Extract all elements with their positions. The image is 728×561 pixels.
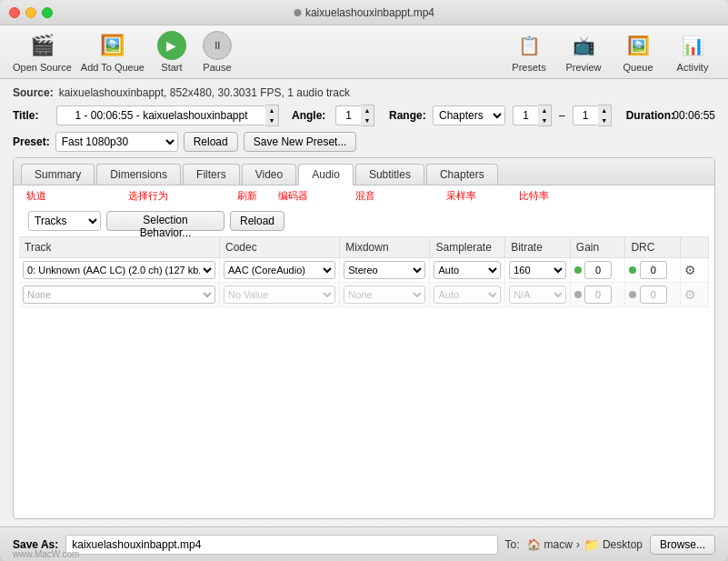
toolbar-right: 📋 Presets 📺 Preview 🖼️ Queue 📊 Activity: [506, 31, 715, 73]
annot-samplerate: 采样率: [446, 189, 476, 203]
preview-icon: 📺: [569, 31, 598, 60]
annot-tracks: 轨道: [26, 189, 46, 203]
presets-button[interactable]: 📋 Presets: [506, 31, 552, 73]
range-to-wrap: ▲ ▼: [573, 105, 612, 126]
annot-codec: 编码器: [278, 189, 308, 203]
add-to-queue-button[interactable]: 🖼️ Add To Queue: [81, 31, 145, 73]
preview-button[interactable]: 📺 Preview: [561, 31, 606, 73]
start-play-icon[interactable]: ▶: [157, 31, 186, 60]
queue-icon: 🖼️: [623, 31, 653, 60]
activity-button[interactable]: 📊 Activity: [670, 31, 715, 73]
activity-label: Activity: [677, 62, 709, 73]
main-content: Source: kaixuelashouxinbappt, 852x480, 3…: [0, 79, 728, 526]
row1-drc-input[interactable]: [640, 261, 667, 279]
tab-dimensions[interactable]: Dimensions: [96, 164, 181, 185]
range-from-decrement[interactable]: ▼: [538, 115, 551, 125]
main-panel: Summary Dimensions Filters Video Audio S…: [13, 157, 715, 519]
duration-value: 00:06:55: [673, 109, 715, 122]
table-row: None No Value No: [19, 283, 709, 307]
row1-bitrate: 160: [505, 258, 571, 283]
reload-preset-button[interactable]: Reload: [184, 132, 238, 152]
tab-audio[interactable]: Audio: [298, 164, 354, 185]
range-label: Range:: [389, 109, 425, 122]
range-to-input[interactable]: [573, 105, 598, 125]
title-row: Title: ▲ ▼ Angle: ▲ ▼ Range: Chapters: [13, 105, 715, 126]
row1-drc: [625, 258, 681, 283]
row1-codec-select[interactable]: AAC (CoreAudio): [224, 261, 335, 279]
watermark: www.MacW.com: [13, 549, 79, 559]
arrow-icon: ›: [576, 538, 580, 551]
table-row: 0: Unknown (AAC LC) (2.0 ch) (127 kb... …: [19, 258, 709, 283]
angle-decrement[interactable]: ▼: [361, 115, 374, 125]
start-button[interactable]: ▶ Start: [154, 31, 190, 73]
modified-dot: [294, 9, 301, 16]
preset-label: Preset:: [13, 135, 50, 148]
row1-samplerate: Auto: [430, 258, 505, 283]
preview-label: Preview: [565, 62, 601, 73]
pause-button[interactable]: ⏸ Pause: [199, 31, 235, 73]
row1-samplerate-select[interactable]: Auto: [434, 261, 501, 279]
title-input[interactable]: [56, 105, 265, 125]
close-button[interactable]: [9, 7, 20, 18]
title-input-wrap: ▲ ▼: [56, 105, 279, 126]
angle-increment[interactable]: ▲: [361, 105, 374, 115]
presets-icon: 📋: [514, 31, 544, 60]
row1-drc-dot: [629, 266, 636, 274]
row1-track-select[interactable]: 0: Unknown (AAC LC) (2.0 ch) (127 kb...: [23, 261, 215, 279]
annotation-row: 轨道 选择行为 刷新 混音 采样率 比特率 编码器: [19, 189, 709, 205]
save-as-input[interactable]: [65, 535, 497, 555]
angle-input[interactable]: [335, 105, 361, 125]
activity-icon: 📊: [678, 31, 707, 60]
maximize-button[interactable]: [42, 7, 53, 18]
queue-button[interactable]: 🖼️ Queue: [615, 31, 661, 73]
title-increment[interactable]: ▲: [265, 105, 278, 115]
col-bitrate: Bitrate: [505, 237, 571, 258]
range-to-increment[interactable]: ▲: [598, 105, 611, 115]
row1-gain-input[interactable]: [584, 261, 612, 279]
tab-subtitles[interactable]: Subtitles: [355, 164, 424, 185]
row1-mixdown-select[interactable]: Stereo: [344, 261, 425, 279]
tab-video[interactable]: Video: [242, 164, 296, 185]
row1-gain-dot: [574, 266, 582, 274]
browse-button[interactable]: Browse...: [650, 535, 715, 555]
row2-track-select[interactable]: None: [23, 286, 215, 304]
range-to-decrement[interactable]: ▼: [598, 115, 611, 125]
tracks-select[interactable]: Tracks: [28, 211, 101, 231]
to-label: To:: [505, 538, 520, 551]
open-source-label: Open Source: [13, 62, 72, 73]
row2-samplerate: Auto: [430, 283, 505, 307]
col-samplerate: Samplerate: [430, 237, 505, 258]
annot-mixdown: 混音: [355, 189, 375, 203]
row1-gear-icon[interactable]: ⚙: [684, 263, 696, 277]
preset-select[interactable]: Fast 1080p30: [55, 132, 178, 152]
selection-behavior-button[interactable]: Selection Behavior...: [106, 211, 224, 231]
range-from-input[interactable]: [513, 105, 538, 125]
range-type-select[interactable]: Chapters: [433, 105, 505, 125]
angle-stepper-wrap: ▲ ▼: [335, 105, 374, 126]
row2-track: None: [19, 283, 219, 307]
row1-bitrate-select[interactable]: 160: [509, 261, 566, 279]
tabs-bar: Summary Dimensions Filters Video Audio S…: [14, 158, 714, 185]
title-decrement[interactable]: ▼: [265, 115, 278, 125]
col-track: Track: [19, 237, 219, 258]
range-from-increment[interactable]: ▲: [538, 105, 551, 115]
save-new-preset-button[interactable]: Save New Preset...: [244, 132, 357, 152]
row1-codec: AAC (CoreAudio): [219, 258, 339, 283]
col-settings: [681, 237, 709, 258]
tab-chapters[interactable]: Chapters: [426, 164, 498, 185]
open-source-button[interactable]: 🎬 Open Source: [13, 31, 72, 73]
source-row: Source: kaixuelashouxinbappt, 852x480, 3…: [13, 86, 715, 99]
presets-label: Presets: [512, 62, 545, 73]
minimize-button[interactable]: [25, 7, 36, 18]
path-folder: Desktop: [603, 538, 643, 551]
tab-filters[interactable]: Filters: [183, 164, 240, 185]
pause-icon[interactable]: ⏸: [203, 31, 232, 60]
open-source-icon: 🎬: [27, 31, 56, 60]
row1-gain: [570, 258, 625, 283]
reload-audio-button[interactable]: Reload: [230, 211, 284, 231]
tab-summary[interactable]: Summary: [21, 164, 95, 185]
folder-icon: 📁: [583, 537, 599, 552]
col-codec: Codec: [219, 237, 339, 258]
source-value: kaixuelashouxinbappt, 852x480, 30.3031 F…: [59, 86, 350, 99]
add-to-queue-icon: 🖼️: [98, 31, 127, 60]
